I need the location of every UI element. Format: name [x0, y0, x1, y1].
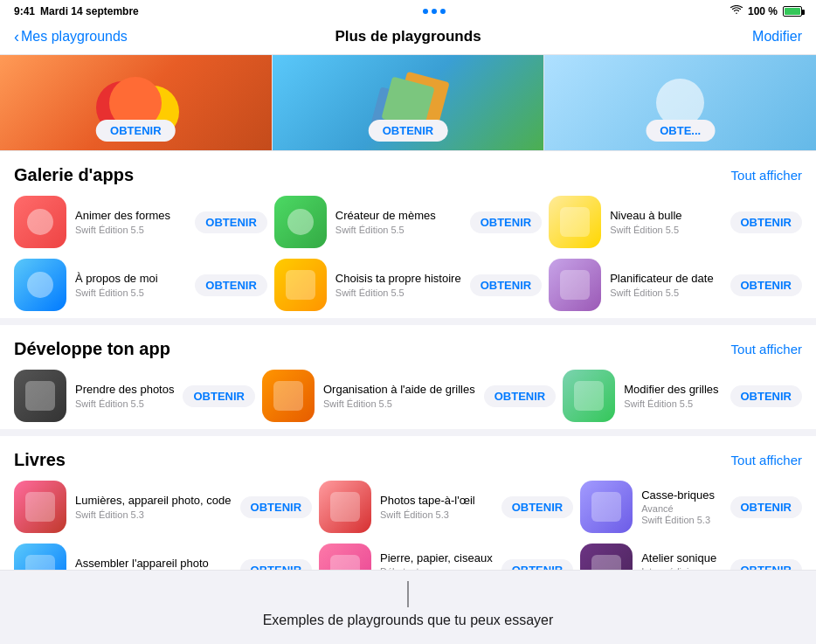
app-choisis-obtenir[interactable]: OBTENIR [470, 274, 543, 296]
app-pierre-obtenir[interactable]: OBTENIR [501, 559, 574, 571]
app-organisation-subtitle: Swift Édition 5.5 [323, 398, 475, 409]
featured-item-3[interactable]: OBTE... [544, 55, 816, 150]
app-photos[interactable]: Photos tape-à-l'œil Swift Édition 5.3 OB… [319, 481, 573, 533]
featured-item-1[interactable]: OBTENIR [0, 55, 273, 150]
app-assembler-info: Assembler l'appareil photo Swift Édition… [75, 557, 232, 570]
app-casse-level: Avancé [641, 503, 721, 514]
app-casse-subtitle: Swift Édition 5.3 [641, 515, 721, 525]
app-choisis[interactable]: Choisis ta propre histoire Swift Édition… [274, 259, 542, 311]
featured-item-2[interactable]: OBTENIR [273, 55, 545, 150]
section-developpe-action[interactable]: Tout afficher [731, 342, 802, 357]
app-planif[interactable]: Planificateur de date Swift Édition 5.5 … [549, 259, 802, 311]
wifi-icon [730, 5, 743, 17]
app-createur[interactable]: Créateur de mèmes Swift Édition 5.5 OBTE… [274, 196, 542, 248]
icon-assembler [14, 544, 66, 570]
dot-1 [423, 9, 428, 14]
app-lumieres[interactable]: Lumières, appareil photo, code Swift Édi… [14, 481, 312, 533]
status-bar: 9:41 Mardi 14 septembre 100 % [0, 0, 816, 21]
prendre-shape [25, 381, 55, 411]
atelier-shape [591, 555, 621, 570]
app-atelier-obtenir[interactable]: OBTENIR [730, 559, 803, 571]
app-animer-info: Animer des formes Swift Édition 5.5 [75, 209, 186, 235]
app-photos-obtenir[interactable]: OBTENIR [501, 496, 574, 518]
section-galerie-action[interactable]: Tout afficher [731, 168, 802, 183]
featured-obtenir-2[interactable]: OBTENIR [369, 120, 448, 142]
app-assembler[interactable]: Assembler l'appareil photo Swift Édition… [14, 544, 312, 570]
app-createur-info: Créateur de mèmes Swift Édition 5.5 [335, 209, 461, 235]
app-atelier-level: Intermédiaire [641, 566, 721, 570]
icon-organisation [262, 370, 315, 422]
app-lumieres-subtitle: Swift Édition 5.3 [75, 509, 232, 520]
modifier-shape [574, 381, 604, 411]
app-planif-obtenir[interactable]: OBTENIR [730, 274, 803, 296]
app-organisation[interactable]: Organisation à l'aide de grilles Swift É… [262, 370, 556, 422]
app-photos-name: Photos tape-à-l'œil [380, 494, 493, 509]
app-modifier-name: Modifier des grilles [624, 383, 721, 398]
app-createur-subtitle: Swift Édition 5.5 [335, 225, 461, 235]
app-niveau-subtitle: Swift Édition 5.5 [610, 225, 721, 235]
app-organisation-obtenir[interactable]: OBTENIR [484, 385, 557, 407]
section-livres-header: Livres Tout afficher [14, 450, 802, 470]
app-prendre-obtenir[interactable]: OBTENIR [183, 385, 255, 407]
featured-obtenir-3[interactable]: OBTE... [646, 120, 715, 142]
app-animer[interactable]: Animer des formes Swift Édition 5.5 OBTE… [14, 196, 267, 248]
featured-row: OBTENIR OBTENIR OBTE... [0, 55, 816, 151]
app-prendre-name: Prendre des photos [75, 383, 174, 398]
app-casse[interactable]: Casse-briques Avancé Swift Édition 5.3 O… [580, 481, 802, 533]
app-lumieres-name: Lumières, appareil photo, code [75, 494, 232, 509]
icon-modifier [563, 370, 615, 422]
section-galerie: Galerie d'apps Tout afficher Animer des … [0, 151, 816, 318]
animer-shape [27, 209, 53, 235]
section-livres-action[interactable]: Tout afficher [731, 453, 802, 467]
app-organisation-name: Organisation à l'aide de grilles [323, 383, 475, 398]
caption-area: Exemples de playgrounds que tu peux essa… [0, 570, 816, 639]
lumieres-shape [25, 492, 55, 522]
dot-3 [440, 9, 446, 14]
app-prendre[interactable]: Prendre des photos Swift Édition 5.5 OBT… [14, 370, 255, 422]
app-casse-info: Casse-briques Avancé Swift Édition 5.3 [641, 488, 721, 526]
app-lumieres-info: Lumières, appareil photo, code Swift Édi… [75, 494, 232, 520]
app-prendre-subtitle: Swift Édition 5.5 [75, 398, 174, 409]
app-photos-info: Photos tape-à-l'œil Swift Édition 5.3 [380, 494, 493, 520]
app-createur-obtenir[interactable]: OBTENIR [470, 211, 543, 233]
back-label: Mes playgrounds [21, 29, 128, 45]
photos-shape [330, 492, 360, 522]
app-planif-subtitle: Swift Édition 5.5 [610, 287, 721, 298]
main-content: OBTENIR OBTENIR OBTE... Galerie d'apps T… [0, 55, 816, 570]
app-assembler-obtenir[interactable]: OBTENIR [240, 559, 313, 571]
app-modifier-subtitle: Swift Édition 5.5 [624, 398, 721, 409]
section-developpe-header: Développe ton app Tout afficher [14, 339, 802, 359]
app-createur-name: Créateur de mèmes [335, 209, 461, 224]
icon-niveau [549, 196, 601, 248]
app-modifier-info: Modifier des grilles Swift Édition 5.5 [624, 383, 721, 409]
app-modifier-obtenir[interactable]: OBTENIR [730, 385, 803, 407]
app-casse-obtenir[interactable]: OBTENIR [730, 496, 803, 518]
app-pierre[interactable]: Pierre, papier, ciseaux Débutant Swift É… [319, 544, 573, 570]
niveau-shape [560, 207, 590, 237]
section-galerie-header: Galerie d'apps Tout afficher [14, 165, 802, 185]
pierre-shape [330, 555, 360, 570]
app-lumieres-obtenir[interactable]: OBTENIR [240, 496, 313, 518]
app-atelier[interactable]: Atelier sonique Intermédiaire Swift Édit… [580, 544, 802, 570]
time: 9:41 [14, 5, 35, 17]
back-button[interactable]: ‹ Mes playgrounds [14, 29, 128, 45]
livres-grid: Lumières, appareil photo, code Swift Édi… [14, 481, 802, 570]
app-apropos-subtitle: Swift Édition 5.5 [75, 287, 186, 298]
app-modifier[interactable]: Modifier des grilles Swift Édition 5.5 O… [563, 370, 802, 422]
icon-photos [319, 481, 371, 533]
app-niveau[interactable]: Niveau à bulle Swift Édition 5.5 OBTENIR [549, 196, 802, 248]
icon-apropos [14, 259, 66, 311]
app-apropos[interactable]: À propos de moi Swift Édition 5.5 OBTENI… [14, 259, 267, 311]
app-apropos-obtenir[interactable]: OBTENIR [195, 274, 267, 296]
planif-shape [560, 270, 590, 300]
app-planif-name: Planificateur de date [610, 272, 721, 287]
modifier-button[interactable]: Modifier [688, 29, 802, 45]
status-bar-left: 9:41 Mardi 14 septembre [14, 5, 139, 17]
icon-atelier [580, 544, 633, 570]
featured-obtenir-1[interactable]: OBTENIR [96, 120, 176, 142]
app-niveau-obtenir[interactable]: OBTENIR [730, 211, 803, 233]
app-animer-obtenir[interactable]: OBTENIR [195, 211, 267, 233]
caption-text: Exemples de playgrounds que tu peux essa… [0, 613, 816, 639]
icon-casse [580, 481, 633, 533]
battery-icon [783, 6, 802, 17]
